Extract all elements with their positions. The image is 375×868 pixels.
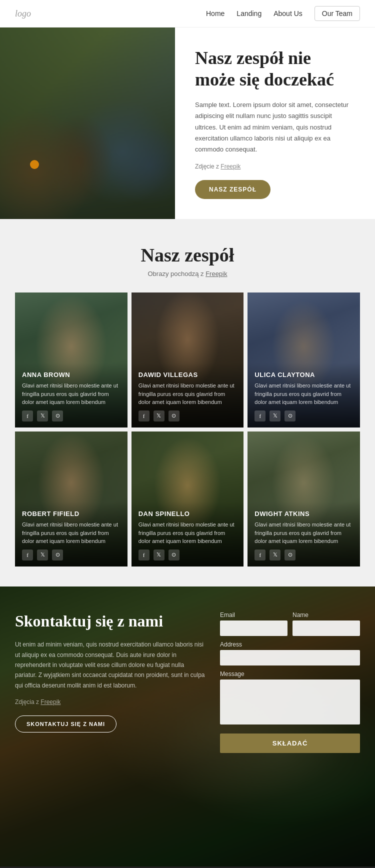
- hero-button[interactable]: NASZ ZESPÓŁ: [195, 180, 270, 199]
- facebook-icon-6[interactable]: f: [254, 550, 266, 560]
- nav-link-home[interactable]: Home: [206, 10, 224, 18]
- team-credit-link[interactable]: Freepik: [206, 270, 227, 278]
- card-name-2: DAWID VILLEGAS: [138, 371, 237, 378]
- hero-credit-link[interactable]: Freepik: [220, 163, 240, 170]
- card-desc-5: Glavi amet ritnisi libero molestie ante …: [138, 520, 237, 546]
- address-label: Address: [220, 641, 360, 648]
- team-card-5[interactable]: DAN SPINELLO Glavi amet ritnisi libero m…: [132, 432, 244, 566]
- team-subheading: Obrazy pochodzą z Freepik: [15, 270, 360, 278]
- facebook-icon-4[interactable]: f: [22, 550, 33, 560]
- instagram-icon-2[interactable]: ⊙: [168, 410, 180, 422]
- form-group-address: Address: [220, 641, 360, 666]
- instagram-icon-3[interactable]: ⊙: [284, 410, 296, 422]
- card-name-3: ULICA CLAYTONA: [254, 371, 353, 378]
- team-grid: ANNA BROWN Glavi amet ritnisi libero mol…: [15, 292, 360, 566]
- contact-left: Skontaktuj się z nami Ut enim ad minim v…: [15, 612, 205, 732]
- hero-section: Nasz zespół nie może się doczekać Sample…: [0, 28, 375, 219]
- team-card-4[interactable]: ROBERT FIFIELD Glavi amet ritnisi libero…: [15, 432, 128, 566]
- card-desc-1: Glavi amet ritnisi libero molestie ante …: [22, 382, 120, 406]
- nav-link-about[interactable]: About Us: [274, 10, 302, 18]
- nav-link-landing[interactable]: Landing: [236, 10, 262, 18]
- card-name-4: ROBERT FIFIELD: [22, 510, 120, 518]
- team-heading: Nasz zespół: [15, 244, 360, 266]
- name-input[interactable]: [292, 620, 360, 636]
- hero-text: Sample text. Lorem ipsum dolor sit amet,…: [195, 100, 355, 154]
- team-card-6[interactable]: DWIGHT ATKINS Glavi amet ritnisi libero …: [248, 432, 360, 566]
- contact-credit: Zdjęcia z Freepik: [15, 698, 205, 706]
- hero-image: [0, 28, 175, 219]
- card-desc-4: Glavi amet ritnisi libero molestie ante …: [22, 520, 120, 546]
- twitter-icon-4[interactable]: 𝕏: [37, 550, 48, 560]
- name-label: Name: [292, 612, 360, 618]
- contact-credit-link[interactable]: Freepik: [40, 698, 60, 706]
- twitter-icon-6[interactable]: 𝕏: [270, 550, 280, 560]
- instagram-icon-4[interactable]: ⊙: [52, 550, 63, 560]
- facebook-icon-5[interactable]: f: [138, 550, 150, 560]
- card-desc-2: Glavi amet ritnisi libero molestie ante …: [138, 382, 237, 406]
- form-row-email-name: Email Name: [220, 612, 360, 636]
- form-group-email: Email: [220, 612, 288, 636]
- twitter-icon-1[interactable]: 𝕏: [37, 410, 48, 422]
- team-card-1[interactable]: ANNA BROWN Glavi amet ritnisi libero mol…: [15, 292, 128, 428]
- contact-button[interactable]: SKONTAKTUJ SIĘ Z NAMI: [15, 716, 116, 732]
- twitter-icon-3[interactable]: 𝕏: [270, 410, 280, 422]
- card-desc-3: Glavi amet ritnisi libero molestie ante …: [254, 382, 353, 406]
- facebook-icon-3[interactable]: f: [254, 410, 266, 422]
- form-group-message: Message: [220, 670, 360, 724]
- address-input[interactable]: [220, 650, 360, 666]
- instagram-icon-1[interactable]: ⊙: [52, 410, 63, 422]
- nav-link-ourteam[interactable]: Our Team: [314, 6, 360, 21]
- email-label: Email: [220, 612, 288, 618]
- message-textarea[interactable]: [220, 680, 360, 724]
- instagram-icon-5[interactable]: ⊙: [168, 550, 180, 560]
- navigation: logo Home Landing About Us Our Team: [0, 0, 375, 28]
- card-name-1: ANNA BROWN: [22, 371, 120, 378]
- contact-form: Email Name Address Message SKŁADAĆ: [220, 612, 360, 753]
- card-desc-6: Glavi amet ritnisi libero molestie ante …: [254, 520, 353, 546]
- email-input[interactable]: [220, 620, 288, 636]
- logo[interactable]: logo: [15, 8, 31, 19]
- form-group-name: Name: [292, 612, 360, 636]
- contact-title: Skontaktuj się z nami: [15, 612, 205, 630]
- contact-section: Skontaktuj się z nami Ut enim ad minim v…: [0, 586, 375, 866]
- facebook-icon-1[interactable]: f: [22, 410, 33, 422]
- hero-title: Nasz zespół nie może się doczekać: [195, 48, 355, 90]
- twitter-icon-5[interactable]: 𝕏: [154, 550, 164, 560]
- hero-content: Nasz zespół nie może się doczekać Sample…: [175, 28, 375, 219]
- nav-links: Home Landing About Us Our Team: [206, 6, 360, 21]
- card-name-6: DWIGHT ATKINS: [254, 510, 353, 518]
- twitter-icon-2[interactable]: 𝕏: [154, 410, 164, 422]
- instagram-icon-6[interactable]: ⊙: [284, 550, 296, 560]
- card-name-5: DAN SPINELLO: [138, 510, 237, 518]
- facebook-icon-2[interactable]: f: [138, 410, 150, 422]
- team-card-3[interactable]: ULICA CLAYTONA Glavi amet ritnisi libero…: [248, 292, 360, 428]
- message-label: Message: [220, 670, 360, 678]
- submit-button[interactable]: SKŁADAĆ: [220, 734, 360, 753]
- team-card-2[interactable]: DAWID VILLEGAS Glavi amet ritnisi libero…: [132, 292, 244, 428]
- decorative-dot: [30, 160, 39, 169]
- team-section: Nasz zespół Obrazy pochodzą z Freepik AN…: [0, 219, 375, 586]
- contact-text: Ut enim ad minim veniam, quis nostrud ex…: [15, 640, 205, 690]
- hero-credit: Zdjęcie z Freepik: [195, 163, 355, 170]
